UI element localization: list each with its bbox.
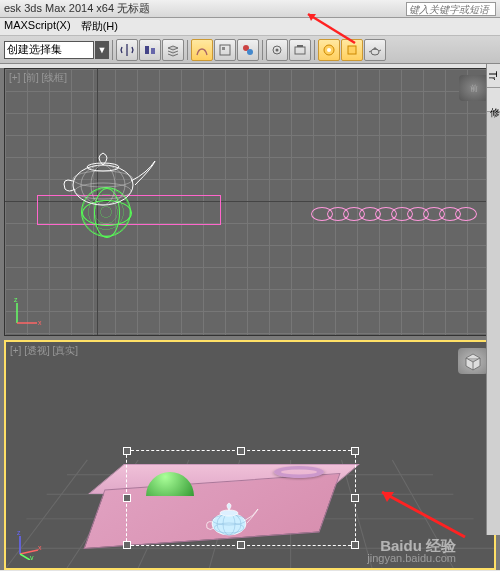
menu-maxscript[interactable]: MAXScript(X) [4, 19, 71, 34]
svg-rect-8 [295, 47, 305, 54]
app-title: esk 3ds Max 2014 x64 无标题 [4, 2, 150, 14]
selection-set-dropdown[interactable]: 创建选择集 [4, 41, 94, 59]
render-production-button[interactable] [341, 39, 363, 61]
teapot-wireframe[interactable] [55, 137, 165, 207]
separator [187, 40, 188, 60]
svg-point-40 [220, 510, 238, 516]
svg-text:x: x [38, 319, 42, 326]
panel-tab-2[interactable]: 修 [487, 88, 500, 112]
menu-help[interactable]: 帮助(H) [81, 19, 118, 34]
svg-line-43 [20, 550, 38, 554]
command-panel[interactable]: Tr 修 [486, 64, 500, 535]
svg-point-19 [87, 163, 119, 171]
dropdown-arrow-icon[interactable]: ▼ [95, 41, 109, 59]
svg-text:y: y [30, 554, 34, 560]
svg-point-18 [75, 183, 131, 199]
svg-rect-3 [222, 47, 225, 50]
svg-point-5 [247, 49, 253, 55]
svg-rect-9 [297, 45, 303, 47]
svg-line-45 [20, 554, 30, 560]
axis-gizmo: z x [13, 297, 43, 327]
watermark-logo: Baidu 经验 [367, 539, 456, 552]
viewport-front[interactable]: [+] [前] [线框] 前 z x [4, 68, 496, 336]
svg-point-7 [276, 48, 279, 51]
menu-bar: MAXScript(X) 帮助(H) [0, 18, 500, 36]
viewport-area: [+] [前] [线框] 前 z x [+] [透视] [真实] [0, 68, 500, 570]
separator [314, 40, 315, 60]
svg-rect-1 [151, 48, 155, 54]
torus-wireframe[interactable] [311, 207, 481, 223]
separator [262, 40, 263, 60]
svg-text:z: z [17, 530, 21, 536]
axis-gizmo: z x y [14, 530, 44, 560]
teapot-object-selected[interactable] [201, 494, 261, 538]
toolbar: 创建选择集 ▼ [0, 36, 500, 64]
separator [112, 40, 113, 60]
svg-point-11 [327, 48, 331, 52]
render-frame-button[interactable] [289, 39, 311, 61]
teapot-icon-button[interactable] [364, 39, 386, 61]
mirror-button[interactable] [116, 39, 138, 61]
panel-tab-1[interactable]: Tr [487, 64, 500, 88]
svg-text:x: x [38, 544, 42, 551]
watermark: Baidu 经验 jingyan.baidu.com [367, 539, 456, 565]
torus-object[interactable] [274, 466, 324, 478]
viewport-perspective[interactable]: [+] [透视] [真实] [4, 340, 496, 570]
svg-point-13 [371, 49, 379, 55]
svg-rect-12 [348, 46, 356, 54]
svg-text:z: z [14, 297, 18, 303]
layers-button[interactable] [162, 39, 184, 61]
render-button[interactable] [318, 39, 340, 61]
align-button[interactable] [139, 39, 161, 61]
curvetool-button[interactable] [191, 39, 213, 61]
schematic-view-button[interactable] [214, 39, 236, 61]
viewport-label[interactable]: [+] [前] [线框] [9, 71, 67, 85]
watermark-url: jingyan.baidu.com [367, 552, 456, 565]
material-editor-button[interactable] [237, 39, 259, 61]
search-input[interactable] [406, 2, 496, 16]
render-setup-button[interactable] [266, 39, 288, 61]
viewcube[interactable]: 前 [459, 75, 489, 101]
svg-rect-0 [145, 46, 149, 54]
